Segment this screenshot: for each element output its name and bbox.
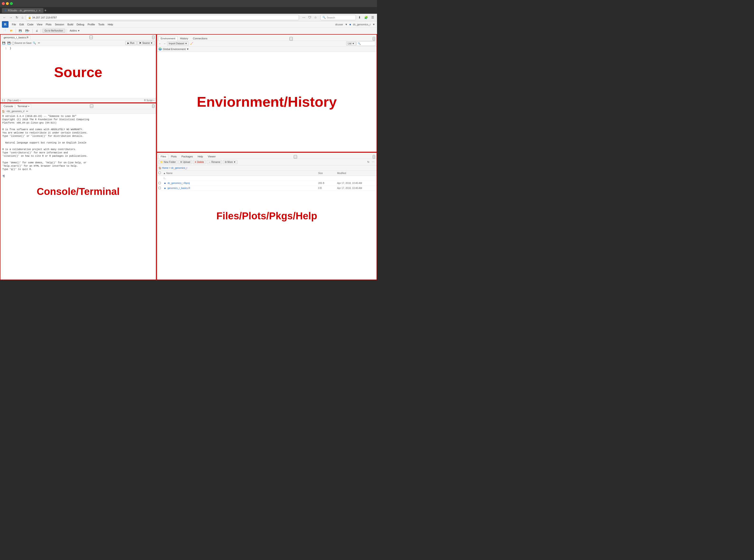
save-btn[interactable]: 💾 (17, 29, 23, 33)
import-dataset-btn[interactable]: Import Dataset ▼ (167, 41, 189, 45)
search-bar[interactable]: 🔍 Search (320, 15, 356, 20)
new-file-btn[interactable]: 📄 (2, 29, 7, 33)
extensions-icon[interactable]: 🧩 (363, 15, 369, 20)
tab-plots[interactable]: Plots (169, 154, 179, 159)
rproj-checkbox[interactable] (158, 182, 161, 184)
source-save-icon[interactable]: 💾 (1, 41, 6, 45)
shield-icon[interactable]: 🛡 (307, 15, 312, 20)
addins-btn[interactable]: Addins ▼ (68, 29, 81, 33)
files-maximize-btn[interactable]: □ (373, 155, 375, 159)
forward-button[interactable]: → (8, 15, 13, 20)
col-name-header[interactable]: ▲ Name (163, 172, 318, 175)
source-file-tab[interactable]: genomics_r_basics.R (2, 35, 30, 39)
folder-breadcrumb[interactable]: dc_genomics_r (171, 167, 188, 169)
star-icon[interactable]: ☆ (313, 15, 318, 20)
tab-packages[interactable]: Packages (179, 154, 195, 159)
back-button[interactable]: ← (2, 15, 7, 20)
tab-close-icon[interactable]: ✕ (39, 9, 41, 12)
list-btn[interactable]: List ▼ (346, 41, 356, 45)
r-basics-checkbox-cell[interactable] (158, 187, 163, 190)
fullscreen-button[interactable] (10, 2, 13, 5)
menu-code[interactable]: Code (26, 22, 35, 26)
home-button[interactable]: ⌂ (21, 15, 24, 20)
tab-history[interactable]: History (178, 36, 190, 41)
menu-debug[interactable]: Debug (75, 22, 86, 26)
env-forward-icon[interactable]: → (162, 42, 167, 45)
source-minimize-btn[interactable]: — (90, 36, 93, 39)
console-maximize-btn[interactable]: □ (152, 104, 154, 108)
console-content[interactable]: R version 3.4.4 (2018-03-15) -- "Someone… (0, 114, 156, 280)
tab-connections[interactable]: Connections (191, 36, 210, 41)
code-tools-btn[interactable]: ✏ (37, 41, 41, 45)
console-path-btn[interactable]: ✏ (25, 109, 29, 113)
minimize-button[interactable] (6, 2, 9, 5)
browser-tab[interactable]: R RStudio - dc_genomics_r ✕ (2, 8, 43, 13)
run-btn[interactable]: ▶ Run (125, 41, 136, 45)
menu-edit[interactable]: Edit (18, 22, 25, 26)
refresh-button[interactable]: ↻ (15, 15, 19, 20)
home-dir-icon: 🏠 (2, 110, 5, 113)
r-basics-size: 0 B (318, 187, 337, 189)
env-clear-btn[interactable]: 🧹 (189, 42, 194, 45)
files-more-icon[interactable]: ⋯ (371, 160, 375, 164)
save-all-btn[interactable]: 💾+ (24, 29, 31, 33)
file-row-parent[interactable]: ↑ .. (157, 176, 376, 181)
find-btn[interactable]: 🔍 (32, 41, 37, 45)
new-tab-button[interactable]: + (44, 8, 46, 13)
more-btn[interactable]: ⚙ More ▼ (223, 160, 237, 164)
files-minimize-btn[interactable]: — (294, 155, 297, 159)
menu-view[interactable]: View (35, 22, 44, 26)
files-refresh-icon[interactable]: ↻ (367, 160, 370, 164)
tab-viewer[interactable]: Viewer (206, 154, 218, 159)
menu-plots[interactable]: Plots (44, 22, 53, 26)
env-maximize-btn[interactable]: □ (373, 37, 375, 41)
file-row-rproj[interactable]: ■ dc_genomics_r.Rproj 205 B Apr 17, 2018… (157, 181, 376, 186)
env-back-icon[interactable]: ← (158, 42, 162, 45)
tab-help[interactable]: Help (195, 154, 205, 159)
env-minimize-btn[interactable]: — (289, 37, 293, 41)
upload-btn[interactable]: ⬆ Upload (178, 160, 192, 164)
global-env-label[interactable]: Global Environment ▼ (163, 48, 189, 51)
source-btn[interactable]: ⮞ Source ▼ (137, 41, 155, 45)
print-btn[interactable]: 🖨 (34, 29, 39, 33)
menu-tools[interactable]: Tools (97, 22, 106, 26)
home-breadcrumb[interactable]: Home (162, 167, 169, 169)
menu-build[interactable]: Build (66, 22, 75, 26)
console-minimize-btn[interactable]: — (90, 104, 93, 108)
menu-profile[interactable]: Profile (86, 22, 96, 26)
rproj-size: 205 B (318, 182, 337, 184)
menu-icon[interactable]: ☰ (370, 15, 375, 20)
goto-file-btn[interactable]: Go to file/function (42, 29, 65, 33)
close-button[interactable] (2, 2, 5, 5)
col-modified-header[interactable]: Modified (337, 172, 375, 175)
new-folder-btn[interactable]: 📁 New Folder (158, 160, 177, 164)
menu-file[interactable]: File (11, 22, 18, 26)
bookmarks-icon[interactable]: ⋯ (301, 15, 306, 20)
console-panel-header: Console Terminal × — □ (0, 103, 156, 109)
tab-environment[interactable]: Environment (158, 36, 177, 41)
menu-help[interactable]: Help (106, 22, 115, 26)
r-basics-link[interactable]: genomics_r_basics.R (168, 187, 318, 189)
menu-session[interactable]: Session (53, 22, 65, 26)
open-file-btn[interactable]: 📂 (8, 29, 14, 33)
source-save-all-icon[interactable]: 💾 (7, 41, 12, 45)
code-area[interactable]: } (10, 47, 155, 50)
source-on-save-checkbox[interactable] (12, 42, 14, 44)
source-maximize-btn[interactable]: □ (152, 36, 154, 39)
col-size-header[interactable]: Size (318, 172, 337, 175)
download-icon[interactable]: ⬇ (357, 15, 362, 20)
terminal-tab[interactable]: Terminal × (16, 104, 31, 108)
select-all-checkbox[interactable] (158, 172, 161, 174)
source-on-save-label[interactable]: Source on Save (12, 42, 32, 44)
file-row-r-basics[interactable]: ■ genomics_r_basics.R 0 B Apr 17, 2018, … (157, 186, 376, 191)
delete-btn[interactable]: ✕ Delete (193, 160, 206, 164)
address-bar[interactable]: 🔒 34.207.167.219:8787 (26, 15, 299, 20)
console-tab[interactable]: Console (2, 104, 15, 108)
tab-files[interactable]: Files (158, 154, 168, 159)
rproj-checkbox-cell[interactable] (158, 182, 163, 185)
rproj-link[interactable]: dc_genomics_r.Rproj (168, 182, 318, 184)
rename-btn[interactable]: → Rename (207, 160, 222, 164)
r-basics-checkbox[interactable] (158, 187, 161, 189)
parent-dir-link[interactable]: .. (165, 177, 318, 179)
env-search-input[interactable] (356, 41, 375, 46)
